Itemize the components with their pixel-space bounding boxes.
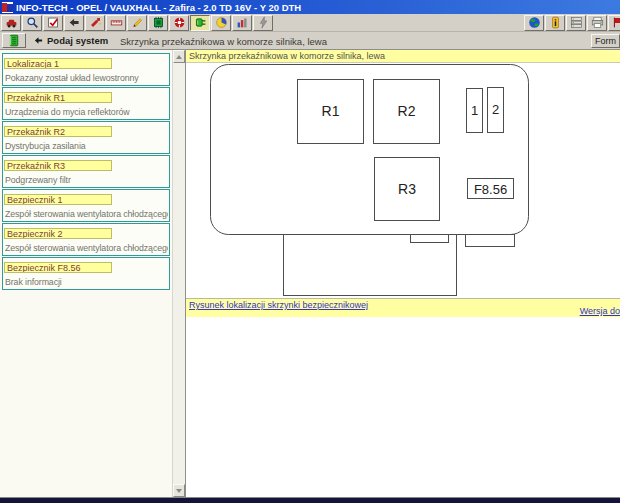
main-panel: Skrzynka przekaźnikowa w komorze silnika… — [186, 50, 620, 497]
connector-side-box — [466, 235, 515, 247]
bar-chart-icon — [236, 16, 249, 29]
list-item-fuse-2: Bezpiecznik 2 Zespół sterowania wentylat… — [2, 223, 170, 256]
pie-chart-icon — [215, 16, 228, 29]
item-description: Podgrzewany filtr — [4, 175, 168, 186]
window-bottom-edge — [0, 497, 620, 503]
connector-base-box — [284, 235, 457, 296]
item-label: Przekaźnik R1 — [4, 92, 112, 103]
pencil-icon — [131, 16, 144, 29]
select-system-button[interactable]: Podaj system — [34, 35, 108, 46]
flag-icon — [612, 16, 620, 29]
select-system-label: Podaj system — [47, 35, 108, 46]
relay-r3-label: R3 — [398, 181, 416, 197]
fusebox-diagram: R1 R2 1 2 R3 F8.56 — [186, 63, 619, 298]
toolbar-button-wheel[interactable] — [169, 15, 189, 31]
fuse-f856-label: F8.56 — [474, 182, 507, 197]
book-icon — [8, 34, 21, 47]
toolbar-button-exit[interactable] — [608, 15, 620, 31]
back-arrow-icon — [34, 36, 43, 45]
wheel-icon — [173, 16, 186, 29]
diagram-footer-bar: Rysunek lokalizacji skrzynki bezpiecznik… — [186, 298, 620, 317]
list-item-fuse-f856: Bezpiecznik F8.56 Brak informacji — [2, 257, 170, 290]
toolbar-button-spark[interactable] — [253, 15, 273, 31]
info-icon — [549, 16, 562, 29]
component-list: Lokalizacja 1 Pokazany został układ lewo… — [2, 53, 170, 290]
toolbar-button-ruler[interactable] — [106, 15, 126, 31]
nav-toolbar: Podaj system Skrzynka przekaźnikowa w ko… — [0, 32, 620, 50]
spray-icon — [89, 16, 102, 29]
toolbar-button-spray[interactable] — [85, 15, 105, 31]
toolbar-button-connectors[interactable] — [190, 15, 210, 31]
print-version-link[interactable]: Wersja do — [580, 306, 620, 316]
ruler-icon — [110, 16, 123, 29]
fuse-1-label: 1 — [471, 103, 478, 118]
toolbar-button-database[interactable] — [566, 15, 586, 31]
form-button[interactable]: Form — [591, 34, 620, 48]
item-description: Brak informacji — [4, 277, 168, 288]
connector-notch-box — [411, 235, 449, 243]
toolbar-button-edit[interactable] — [127, 15, 147, 31]
toolbar-button-search[interactable] — [22, 15, 42, 31]
item-description: Dystrybucja zasilania — [4, 141, 168, 152]
toolbar-button-car[interactable] — [1, 15, 21, 31]
toolbar-button-print[interactable] — [587, 15, 607, 31]
magnifier-icon — [26, 16, 39, 29]
item-description: Zespół sterowania wentylatora chłodząceg… — [4, 209, 168, 220]
list-item-location-1: Lokalizacja 1 Pokazany został układ lewo… — [2, 53, 170, 86]
arrow-left-icon — [68, 16, 81, 29]
globe-icon — [528, 16, 541, 29]
item-label: Przekaźnik R2 — [4, 126, 112, 137]
main-toolbar — [0, 14, 620, 32]
content-area: Lokalizacja 1 Pokazany został układ lewo… — [0, 50, 620, 497]
fusebox-outline — [211, 65, 529, 235]
stack-icon — [570, 16, 583, 29]
toolbar-button-back[interactable] — [64, 15, 84, 31]
diagram-title-bar: Skrzynka przekaźnikowa w komorze silnika… — [186, 50, 620, 63]
sidebar: Lokalizacja 1 Pokazany został układ lewo… — [0, 50, 186, 497]
scroll-down-icon — [176, 489, 182, 493]
toolbar-button-chart[interactable] — [232, 15, 252, 31]
item-label: Bezpiecznik F8.56 — [4, 262, 112, 273]
plug-icon — [194, 16, 207, 29]
current-system-label: Skrzynka przekaźnikowa w komorze silnika… — [120, 36, 327, 47]
printer-icon — [591, 16, 604, 29]
system-list-button[interactable] — [2, 33, 26, 48]
relay-r2-label: R2 — [398, 103, 416, 119]
sidebar-scrollbar[interactable] — [172, 50, 185, 497]
toolbar-button-pie[interactable] — [211, 15, 231, 31]
window-title: INFO-TECH - OPEL / VAUXHALL - Zafira - 2… — [16, 2, 301, 13]
checkbox-icon — [47, 16, 60, 29]
fuse-2-label: 2 — [492, 102, 499, 117]
list-item-relay-r1: Przekaźnik R1 Urządzenia do mycia reflek… — [2, 87, 170, 120]
item-label: Lokalizacja 1 — [4, 58, 112, 69]
scroll-down-button[interactable] — [173, 484, 185, 497]
scroll-up-button[interactable] — [173, 50, 185, 63]
toolbar-button-electronics[interactable] — [148, 15, 168, 31]
item-description: Zespół sterowania wentylatora chłodząceg… — [4, 243, 168, 254]
toolbar-button-globe[interactable] — [524, 15, 544, 31]
circuit-board-icon — [152, 16, 165, 29]
item-label: Bezpiecznik 2 — [4, 228, 112, 239]
item-label: Bezpiecznik 1 — [4, 194, 112, 205]
list-item-relay-r2: Przekaźnik R2 Dystrybucja zasilania — [2, 121, 170, 154]
item-description: Pokazany został układ lewostronny — [4, 73, 168, 84]
list-item-relay-r3: Przekaźnik R3 Podgrzewany filtr — [2, 155, 170, 188]
titlebar[interactable]: INFO-TECH - OPEL / VAUXHALL - Zafira - 2… — [0, 0, 620, 14]
toolbar-button-checklist[interactable] — [43, 15, 63, 31]
list-item-fuse-1: Bezpiecznik 1 Zespół sterowania wentylat… — [2, 189, 170, 222]
app-icon — [2, 2, 13, 13]
toolbar-button-info[interactable] — [545, 15, 565, 31]
item-description: Urządzenia do mycia reflektorów — [4, 107, 168, 118]
app-window: INFO-TECH - OPEL / VAUXHALL - Zafira - 2… — [0, 0, 620, 503]
scroll-up-icon — [176, 55, 182, 59]
relay-r1-label: R1 — [322, 103, 340, 119]
fusebox-location-link[interactable]: Rysunek lokalizacji skrzynki bezpiecznik… — [189, 300, 368, 310]
main-empty-area — [186, 317, 620, 497]
car-icon — [5, 16, 18, 29]
lightning-icon — [257, 16, 270, 29]
item-label: Przekaźnik R3 — [4, 160, 112, 171]
